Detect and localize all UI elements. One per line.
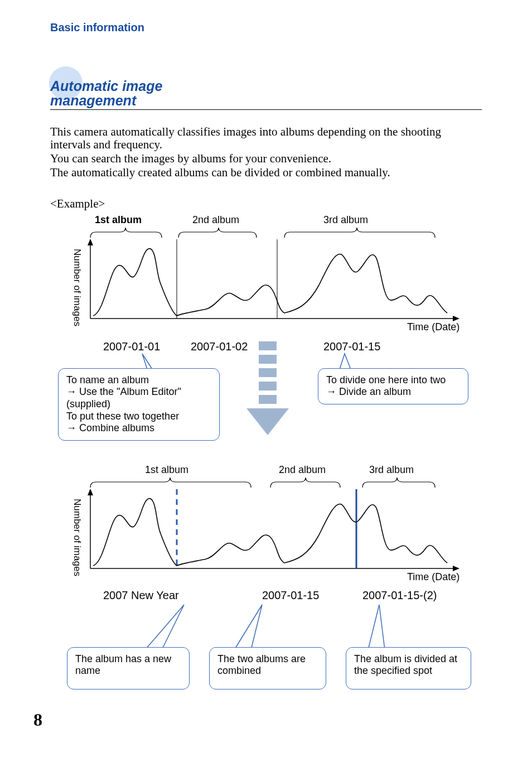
callout-text: The two albums are combined [217, 653, 306, 677]
svg-marker-15 [453, 566, 460, 571]
chart-top [85, 238, 486, 327]
callout-box: The album is divided at the specified sp… [346, 647, 471, 690]
body-text: This camera automatically classifies ima… [50, 126, 482, 179]
album-label: 1st album [145, 464, 188, 476]
arrow-icon: → [326, 386, 336, 397]
album-label: 2nd album [192, 214, 239, 226]
svg-rect-10 [259, 368, 277, 377]
callout-box: To name an album → Use the "Album Editor… [58, 368, 220, 441]
svg-rect-9 [259, 355, 277, 364]
arrow-icon: → [66, 386, 76, 397]
page-number: 8 [33, 710, 42, 730]
heading-line-1: Automatic image [50, 78, 162, 94]
svg-marker-22 [368, 605, 385, 650]
section-heading: Automatic image management [50, 79, 482, 108]
chart-bottom [85, 488, 486, 577]
diagram: 1st album 2nd album 3rd album Number of … [50, 214, 480, 716]
breadcrumb: Basic information [50, 21, 482, 34]
arrow-icon: → [66, 422, 76, 433]
callout-text: Use the "Album Editor" (supplied) [66, 386, 181, 409]
svg-marker-1 [453, 316, 460, 321]
callout-line: → Combine albums [66, 422, 211, 435]
svg-rect-8 [259, 341, 277, 350]
callout-box: The album has a new name [67, 647, 190, 690]
album-label: 3rd album [369, 464, 414, 476]
paragraph: The automatically created albums can be … [50, 166, 482, 179]
example-label: <Example> [50, 197, 482, 211]
callout-box: To divide one here into two → Divide an … [318, 368, 468, 404]
svg-rect-12 [259, 395, 277, 404]
paragraph: This camera automatically classifies ima… [50, 126, 482, 151]
callout-line: → Use the "Album Editor" (supplied) [66, 386, 211, 410]
y-axis-label: Number of images [71, 499, 83, 566]
y-axis-label: Number of images [71, 249, 83, 316]
down-arrow-icon [235, 341, 302, 447]
svg-marker-21 [234, 605, 262, 650]
svg-rect-11 [259, 382, 277, 390]
heading-line-2: management [50, 93, 136, 108]
callout-text: The album is divided at the specified sp… [354, 653, 457, 677]
album-label: 2nd album [279, 464, 326, 476]
callout-text: Divide an album [339, 386, 411, 397]
paragraph: You can search the images by albums for … [50, 152, 482, 165]
callout-box: The two albums are combined [209, 647, 326, 690]
album-label: 1st album [95, 214, 142, 226]
svg-marker-3 [88, 239, 93, 245]
callout-text: Combine albums [79, 422, 154, 433]
svg-marker-17 [88, 489, 93, 495]
album-label: 3rd album [323, 214, 368, 226]
x-axis-label: Time (Date) [407, 571, 460, 583]
x-axis-label: Time (Date) [407, 321, 460, 333]
callout-line: To put these two together [66, 411, 211, 423]
svg-marker-20 [145, 605, 184, 650]
callout-line: → Divide an album [326, 386, 460, 398]
section-heading-wrap: Automatic image management [50, 79, 482, 110]
callout-line: To divide one here into two [326, 374, 460, 387]
callout-text: The album has a new name [75, 653, 171, 677]
svg-marker-13 [246, 408, 289, 435]
callout-line: To name an album [66, 374, 211, 387]
